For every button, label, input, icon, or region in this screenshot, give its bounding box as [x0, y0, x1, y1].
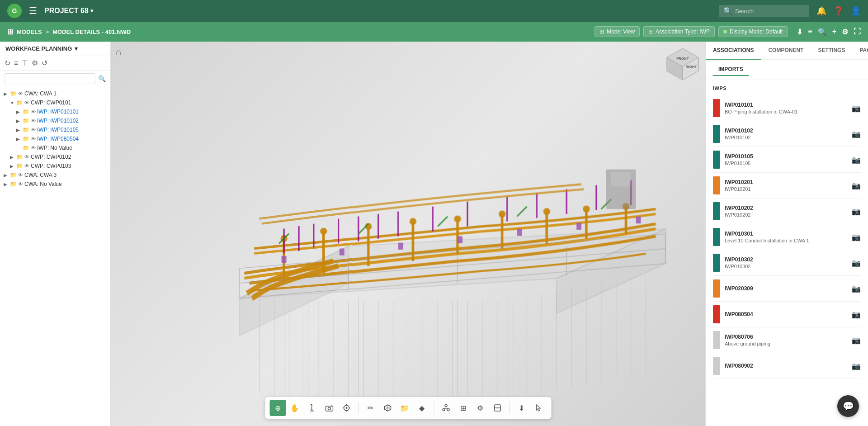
- measure-tool-button[interactable]: ✏: [362, 400, 378, 416]
- iwp-list-item: IWP010102 IWP010102 📷: [713, 121, 861, 147]
- home-view-icon[interactable]: ⌂: [115, 46, 121, 58]
- tree-item-label: IWP: IWP010105: [37, 127, 79, 133]
- model-view-button[interactable]: ⊞ Model View: [594, 26, 640, 37]
- settings-toolbar-icon[interactable]: ⚙: [32, 59, 38, 67]
- iwp-list-item: IWP010202 IWP010202 📷: [713, 199, 861, 224]
- folder-icon: 📁: [10, 172, 17, 178]
- svg-text:FRONT: FRONT: [676, 57, 689, 61]
- undo-icon[interactable]: ↺: [42, 59, 47, 67]
- fullscreen-icon[interactable]: ⛶: [854, 28, 861, 36]
- right-tab-package[interactable]: PACKAGE: [852, 42, 868, 60]
- folder-icon: 📁: [16, 154, 23, 160]
- iwp-camera-icon[interactable]: 📷: [852, 362, 861, 370]
- tree-item[interactable]: ▼📁👁CWP: CWP0101: [0, 98, 110, 107]
- tree-item[interactable]: ▶📁👁CWA: CWA 3: [0, 170, 110, 180]
- settings2-button[interactable]: ⚙: [472, 400, 488, 416]
- breadcrumb-current: MODEL DETAILS - 401.NWD: [52, 28, 131, 35]
- iwp-list-item: IWP010301 Level 10 Conduit Installation …: [713, 224, 861, 250]
- chat-bubble[interactable]: 💬: [837, 395, 859, 417]
- tree-item[interactable]: ▶📁👁CWP: CWP0103: [0, 161, 110, 170]
- iwp-camera-icon[interactable]: 📷: [852, 207, 861, 216]
- iwp-camera-icon[interactable]: 📷: [852, 284, 861, 293]
- association-type-button[interactable]: ⊞ Association Type: IWP: [643, 26, 715, 37]
- tree-item[interactable]: ▶📁👁CWP: CWP0102: [0, 152, 110, 161]
- tree-search-icon[interactable]: 🔍: [98, 75, 106, 82]
- navigation-cube[interactable]: FRONT RIGHT: [665, 46, 701, 82]
- files-button[interactable]: 📁: [396, 400, 413, 416]
- camera-tool-button[interactable]: [321, 400, 337, 416]
- iwp-camera-icon[interactable]: 📷: [852, 156, 861, 164]
- list-icon[interactable]: ≡: [14, 59, 18, 67]
- iwp-camera-icon[interactable]: 📷: [852, 104, 861, 113]
- imports-subtab[interactable]: IMPORTS: [713, 63, 749, 76]
- tree-arrow-icon: ▶: [16, 137, 23, 142]
- model3d-button[interactable]: [379, 400, 396, 416]
- iwp-camera-icon[interactable]: 📷: [852, 310, 861, 319]
- right-icons: ⬇ ≡ 🔍 + ⚙ ⛶: [797, 28, 861, 36]
- chevron-down-icon: ▾: [90, 8, 93, 14]
- viewer-area[interactable]: ⌂ FRONT RIGHT ⊕ ✋ 🚶: [111, 42, 705, 426]
- assoc-icon: ⊞: [648, 28, 653, 35]
- right-tab-settings[interactable]: SETTINGS: [811, 42, 852, 60]
- iwp-camera-icon[interactable]: 📷: [852, 130, 861, 138]
- tree-item[interactable]: ▶📁👁IWP: IWP010102: [0, 116, 110, 125]
- sidebar-header[interactable]: WORKFACE PLANNING ▾: [0, 42, 110, 56]
- pan-tool-button[interactable]: ✋: [287, 400, 303, 416]
- display-mode-button[interactable]: Display Mode: Default: [718, 26, 788, 37]
- grid-button[interactable]: ⊞: [455, 400, 471, 416]
- tree-arrow-icon: ▶: [10, 164, 16, 169]
- chat-icon: 💬: [843, 401, 854, 412]
- iwp-color-swatch: [713, 357, 720, 375]
- iwp-camera-icon[interactable]: 📷: [852, 259, 861, 267]
- right-tab-component[interactable]: COMPONENT: [761, 42, 811, 60]
- tree-item[interactable]: ▶📁👁IWP: IWP010105: [0, 125, 110, 134]
- iwp-id: IWP080902: [725, 363, 847, 369]
- tree-item[interactable]: 📁👁IWP: No Value: [0, 143, 110, 152]
- help-icon[interactable]: ❓: [834, 6, 844, 16]
- right-tab-associations[interactable]: ASSOCIATIONS: [706, 42, 761, 60]
- iwp-id: IWP080706: [725, 334, 847, 340]
- tree-item[interactable]: ▶📁👁IWP: IWP010101: [0, 107, 110, 116]
- download-icon[interactable]: ⬇: [797, 28, 802, 36]
- refresh-icon[interactable]: ↻: [5, 59, 10, 67]
- iwp-list-item: IWP020309 📷: [713, 276, 861, 302]
- svg-point-108: [445, 405, 447, 407]
- toolbar-divider-1: [358, 402, 359, 414]
- pointer-button[interactable]: [530, 400, 547, 416]
- section-button[interactable]: [489, 400, 505, 416]
- project-title[interactable]: PROJECT 68 ▾: [44, 7, 93, 15]
- tree-search-input[interactable]: [5, 73, 95, 84]
- folder-icon: 📁: [23, 127, 29, 133]
- iwp-color-swatch: [713, 99, 720, 117]
- menu-list-icon[interactable]: ≡: [808, 28, 812, 36]
- iwp-camera-icon[interactable]: 📷: [852, 181, 861, 190]
- breadcrumb-models[interactable]: MODELS: [17, 28, 42, 35]
- iwp-camera-icon[interactable]: 📷: [852, 336, 861, 345]
- iwp-camera-icon[interactable]: 📷: [852, 233, 861, 241]
- search-view-icon[interactable]: 🔍: [818, 28, 827, 36]
- search-input[interactable]: [735, 8, 798, 14]
- iwp-info: IWP010105 IWP010105: [725, 153, 847, 166]
- user-icon[interactable]: 👤: [851, 6, 861, 16]
- iwp-id: IWP080504: [725, 311, 847, 317]
- iwp-id: IWP010201: [725, 179, 847, 185]
- tree-item[interactable]: ▶📁👁CWA: CWA 1: [0, 89, 110, 98]
- notifications-icon[interactable]: 🔔: [816, 6, 826, 16]
- svg-point-45: [321, 228, 327, 235]
- export-button[interactable]: ⬇: [513, 400, 529, 416]
- tree-item[interactable]: ▶📁👁IWP: IWP080504: [0, 134, 110, 143]
- object-button[interactable]: ◆: [414, 400, 430, 416]
- walk-tool-button[interactable]: 🚶: [304, 400, 320, 416]
- app-logo[interactable]: G: [7, 4, 22, 18]
- filter-icon[interactable]: ⊤: [22, 59, 28, 67]
- hamburger-menu[interactable]: ☰: [29, 5, 37, 16]
- select-tool-button[interactable]: ⊕: [269, 400, 286, 416]
- eye-icon: 👁: [31, 136, 36, 142]
- tree-item[interactable]: ▶📁👁CWA: No Value: [0, 180, 110, 189]
- tree-view-button[interactable]: [438, 400, 454, 416]
- focus-tool-button[interactable]: [338, 400, 354, 416]
- add-icon[interactable]: +: [832, 28, 836, 36]
- settings-icon[interactable]: ⚙: [842, 28, 848, 36]
- iwp-color-swatch: [713, 305, 720, 323]
- iwp-info: IWP010302 IWP010302: [725, 256, 847, 269]
